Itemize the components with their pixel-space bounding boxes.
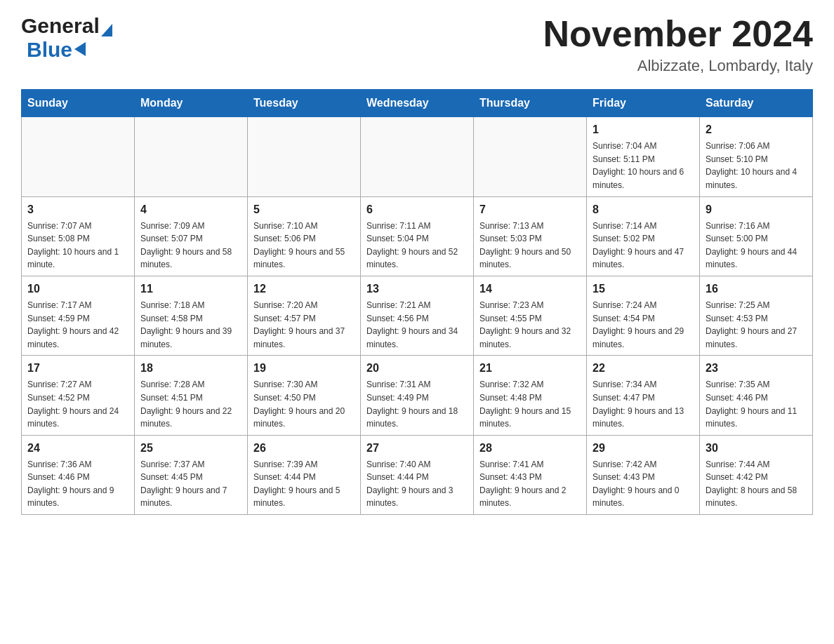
day-number: 18 xyxy=(140,360,241,377)
calendar-cell: 3Sunrise: 7:07 AM Sunset: 5:08 PM Daylig… xyxy=(22,196,135,276)
weekday-header-wednesday: Wednesday xyxy=(361,90,474,117)
calendar-cell: 13Sunrise: 7:21 AM Sunset: 4:56 PM Dayli… xyxy=(361,276,474,355)
weekday-header-friday: Friday xyxy=(587,90,700,117)
logo: General Blue xyxy=(21,14,112,62)
day-info: Sunrise: 7:37 AM Sunset: 4:45 PM Dayligh… xyxy=(140,458,241,510)
calendar-cell: 24Sunrise: 7:36 AM Sunset: 4:46 PM Dayli… xyxy=(22,435,135,514)
logo-general-text: General xyxy=(21,14,100,38)
day-info: Sunrise: 7:24 AM Sunset: 4:54 PM Dayligh… xyxy=(593,299,694,351)
weekday-header-monday: Monday xyxy=(135,90,248,117)
calendar-cell: 17Sunrise: 7:27 AM Sunset: 4:52 PM Dayli… xyxy=(22,356,135,435)
day-info: Sunrise: 7:40 AM Sunset: 4:44 PM Dayligh… xyxy=(366,458,468,510)
day-info: Sunrise: 7:44 AM Sunset: 4:42 PM Dayligh… xyxy=(706,458,807,510)
day-number: 1 xyxy=(593,121,694,138)
calendar-cell xyxy=(474,117,587,196)
day-number: 9 xyxy=(706,201,807,218)
day-number: 16 xyxy=(706,281,807,297)
calendar-week-row: 17Sunrise: 7:27 AM Sunset: 4:52 PM Dayli… xyxy=(22,356,813,435)
calendar-cell: 16Sunrise: 7:25 AM Sunset: 4:53 PM Dayli… xyxy=(700,276,813,355)
calendar-cell: 15Sunrise: 7:24 AM Sunset: 4:54 PM Dayli… xyxy=(587,276,700,355)
day-number: 23 xyxy=(706,360,807,377)
day-number: 2 xyxy=(706,121,807,138)
day-info: Sunrise: 7:31 AM Sunset: 4:49 PM Dayligh… xyxy=(366,378,468,430)
calendar-cell: 25Sunrise: 7:37 AM Sunset: 4:45 PM Dayli… xyxy=(135,435,248,514)
day-info: Sunrise: 7:04 AM Sunset: 5:11 PM Dayligh… xyxy=(593,140,694,192)
calendar-cell: 4Sunrise: 7:09 AM Sunset: 5:07 PM Daylig… xyxy=(135,196,248,276)
day-info: Sunrise: 7:27 AM Sunset: 4:52 PM Dayligh… xyxy=(27,378,128,430)
day-info: Sunrise: 7:21 AM Sunset: 4:56 PM Dayligh… xyxy=(366,299,468,351)
calendar-table: SundayMondayTuesdayWednesdayThursdayFrid… xyxy=(21,89,813,515)
day-number: 26 xyxy=(253,440,355,457)
day-number: 28 xyxy=(479,440,581,457)
day-number: 25 xyxy=(140,440,241,457)
calendar-cell: 2Sunrise: 7:06 AM Sunset: 5:10 PM Daylig… xyxy=(700,117,813,196)
day-info: Sunrise: 7:17 AM Sunset: 4:59 PM Dayligh… xyxy=(27,299,128,351)
day-number: 29 xyxy=(593,440,694,457)
day-info: Sunrise: 7:10 AM Sunset: 5:06 PM Dayligh… xyxy=(253,220,355,271)
weekday-header-thursday: Thursday xyxy=(474,90,587,117)
day-info: Sunrise: 7:30 AM Sunset: 4:50 PM Dayligh… xyxy=(253,378,355,430)
day-number: 24 xyxy=(27,440,128,457)
day-number: 27 xyxy=(366,440,468,457)
location-subtitle: Albizzate, Lombardy, Italy xyxy=(543,57,813,75)
calendar-cell: 22Sunrise: 7:34 AM Sunset: 4:47 PM Dayli… xyxy=(587,356,700,435)
day-number: 15 xyxy=(593,281,694,297)
day-info: Sunrise: 7:18 AM Sunset: 4:58 PM Dayligh… xyxy=(140,299,241,351)
day-number: 17 xyxy=(27,360,128,377)
day-info: Sunrise: 7:35 AM Sunset: 4:46 PM Dayligh… xyxy=(706,378,807,430)
calendar-week-row: 1Sunrise: 7:04 AM Sunset: 5:11 PM Daylig… xyxy=(22,117,813,196)
calendar-cell: 10Sunrise: 7:17 AM Sunset: 4:59 PM Dayli… xyxy=(22,276,135,355)
calendar-cell: 8Sunrise: 7:14 AM Sunset: 5:02 PM Daylig… xyxy=(587,196,700,276)
calendar-cell xyxy=(361,117,474,196)
calendar-cell: 20Sunrise: 7:31 AM Sunset: 4:49 PM Dayli… xyxy=(361,356,474,435)
weekday-header-sunday: Sunday xyxy=(22,90,135,117)
day-info: Sunrise: 7:25 AM Sunset: 4:53 PM Dayligh… xyxy=(706,299,807,351)
day-info: Sunrise: 7:39 AM Sunset: 4:44 PM Dayligh… xyxy=(253,458,355,510)
calendar-cell xyxy=(22,117,135,196)
day-number: 22 xyxy=(593,360,694,377)
day-info: Sunrise: 7:23 AM Sunset: 4:55 PM Dayligh… xyxy=(479,299,581,351)
day-number: 8 xyxy=(593,201,694,218)
day-info: Sunrise: 7:13 AM Sunset: 5:03 PM Dayligh… xyxy=(479,220,581,271)
day-info: Sunrise: 7:09 AM Sunset: 5:07 PM Dayligh… xyxy=(140,220,241,271)
day-info: Sunrise: 7:36 AM Sunset: 4:46 PM Dayligh… xyxy=(27,458,128,510)
calendar-header-row: SundayMondayTuesdayWednesdayThursdayFrid… xyxy=(22,90,813,117)
calendar-cell: 12Sunrise: 7:20 AM Sunset: 4:57 PM Dayli… xyxy=(248,276,361,355)
day-number: 19 xyxy=(253,360,355,377)
logo-triangle-icon xyxy=(101,24,112,36)
calendar-cell: 26Sunrise: 7:39 AM Sunset: 4:44 PM Dayli… xyxy=(248,435,361,514)
calendar-week-row: 10Sunrise: 7:17 AM Sunset: 4:59 PM Dayli… xyxy=(22,276,813,355)
calendar-cell: 28Sunrise: 7:41 AM Sunset: 4:43 PM Dayli… xyxy=(474,435,587,514)
day-number: 13 xyxy=(366,281,468,297)
day-info: Sunrise: 7:16 AM Sunset: 5:00 PM Dayligh… xyxy=(706,220,807,271)
calendar-cell: 18Sunrise: 7:28 AM Sunset: 4:51 PM Dayli… xyxy=(135,356,248,435)
calendar-cell xyxy=(248,117,361,196)
calendar-cell: 30Sunrise: 7:44 AM Sunset: 4:42 PM Dayli… xyxy=(700,435,813,514)
logo-blue-text: Blue xyxy=(27,38,72,62)
day-number: 3 xyxy=(27,201,128,218)
day-info: Sunrise: 7:28 AM Sunset: 4:51 PM Dayligh… xyxy=(140,378,241,430)
day-info: Sunrise: 7:34 AM Sunset: 4:47 PM Dayligh… xyxy=(593,378,694,430)
calendar-cell: 5Sunrise: 7:10 AM Sunset: 5:06 PM Daylig… xyxy=(248,196,361,276)
page-header: General Blue November 2024 Albizzate, Lo… xyxy=(21,14,813,75)
day-info: Sunrise: 7:06 AM Sunset: 5:10 PM Dayligh… xyxy=(706,140,807,192)
day-info: Sunrise: 7:20 AM Sunset: 4:57 PM Dayligh… xyxy=(253,299,355,351)
calendar-cell: 1Sunrise: 7:04 AM Sunset: 5:11 PM Daylig… xyxy=(587,117,700,196)
calendar-week-row: 24Sunrise: 7:36 AM Sunset: 4:46 PM Dayli… xyxy=(22,435,813,514)
day-info: Sunrise: 7:41 AM Sunset: 4:43 PM Dayligh… xyxy=(479,458,581,510)
day-number: 5 xyxy=(253,201,355,218)
day-info: Sunrise: 7:07 AM Sunset: 5:08 PM Dayligh… xyxy=(27,220,128,271)
calendar-cell: 11Sunrise: 7:18 AM Sunset: 4:58 PM Dayli… xyxy=(135,276,248,355)
day-number: 20 xyxy=(366,360,468,377)
calendar-cell: 14Sunrise: 7:23 AM Sunset: 4:55 PM Dayli… xyxy=(474,276,587,355)
day-info: Sunrise: 7:11 AM Sunset: 5:04 PM Dayligh… xyxy=(366,220,468,271)
day-number: 7 xyxy=(479,201,581,218)
weekday-header-saturday: Saturday xyxy=(700,90,813,117)
calendar-cell: 9Sunrise: 7:16 AM Sunset: 5:00 PM Daylig… xyxy=(700,196,813,276)
weekday-header-tuesday: Tuesday xyxy=(248,90,361,117)
day-info: Sunrise: 7:14 AM Sunset: 5:02 PM Dayligh… xyxy=(593,220,694,271)
logo-arrow-icon xyxy=(74,42,86,56)
title-section: November 2024 Albizzate, Lombardy, Italy xyxy=(543,14,813,75)
calendar-cell: 29Sunrise: 7:42 AM Sunset: 4:43 PM Dayli… xyxy=(587,435,700,514)
calendar-cell: 6Sunrise: 7:11 AM Sunset: 5:04 PM Daylig… xyxy=(361,196,474,276)
